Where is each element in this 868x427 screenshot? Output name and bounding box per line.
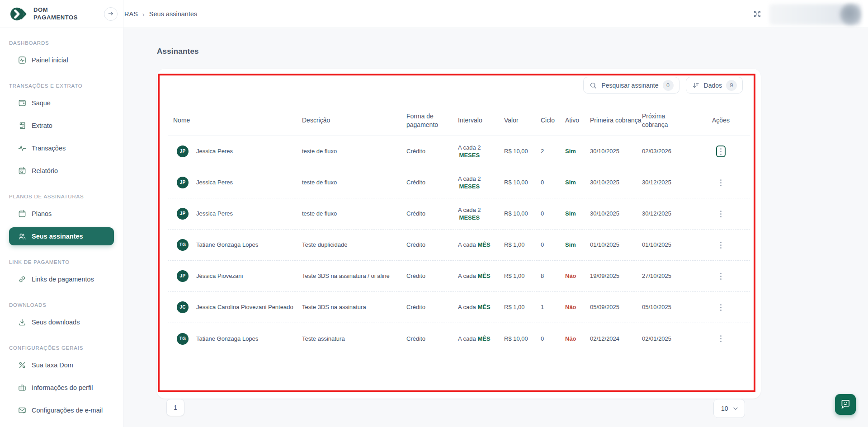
nav-section-label: TRANSAÇÕES E EXTRATO [9, 83, 114, 89]
cell-value: R$ 10,00 [504, 147, 541, 155]
pulse-icon [17, 143, 27, 153]
search-count-badge: 0 [663, 80, 674, 91]
topbar: RAS › Seus assinantes [0, 0, 868, 28]
row-actions-kebab-button[interactable] [716, 239, 726, 251]
cell-active: Não [565, 272, 590, 280]
table-body: JPJessica Peresteste de fluxoCréditoA ca… [168, 136, 750, 354]
interval-unit: MESES [459, 214, 480, 222]
row-actions-kebab-button[interactable] [716, 177, 726, 188]
row-actions-kebab-button[interactable] [716, 301, 726, 313]
interval-unit: MÊS [477, 272, 490, 279]
subscriber-name: Tatiane Gonzaga Lopes [196, 335, 258, 343]
user-account-redacted[interactable] [769, 3, 862, 26]
cell-cycle: 8 [541, 272, 565, 280]
sidebar-item-extrato[interactable]: Extrato [9, 117, 114, 135]
sidebar-nav: DASHBOARDSPainel inicialTRANSAÇÕES E EXT… [0, 40, 123, 419]
sidebar-item-informacoes-do-perfil[interactable]: Informações do perfil [9, 379, 114, 397]
subscribers-card: Pesquisar assinante 0 Dados 9 NomeDescri… [157, 69, 761, 399]
sidebar-item-label: Saque [32, 99, 51, 107]
column-header-valor: Valor [504, 116, 541, 125]
sidebar-item-seus-assinantes[interactable]: Seus assinantes [9, 227, 114, 245]
cell-first-charge: 01/10/2025 [590, 241, 642, 249]
interval-prefix: A cada [458, 241, 477, 248]
cell-interval: A cada MÊS [458, 303, 504, 311]
subscriber-name: Jessica Carolina Piovezani Penteado [196, 303, 293, 311]
row-actions-kebab-button[interactable] [716, 145, 726, 157]
cell-description: Teste 3DS na assinatura [302, 303, 406, 311]
cell-cycle: 0 [541, 241, 565, 249]
sidebar-collapse-button[interactable] [104, 7, 118, 21]
cell-payment-method: Crédito [406, 147, 458, 155]
cell-name: JPJéssica Piovezani [168, 270, 302, 282]
column-header-primeira-cobranca: Primeira cobrança [590, 116, 642, 125]
avatar [840, 4, 861, 25]
cell-description: Teste assinatura [302, 335, 406, 343]
cell-payment-method: Crédito [406, 303, 458, 311]
breadcrumb-item-parent[interactable]: RAS [124, 10, 138, 18]
dom-pagamentos-logo-icon [10, 6, 29, 22]
subscriber-name: Jessica Peres [196, 210, 233, 218]
cell-active: Sim [565, 210, 590, 218]
data-count-badge: 9 [726, 80, 737, 91]
search-subscriber-button[interactable]: Pesquisar assinante 0 [583, 77, 679, 94]
status-badge: Sim [565, 179, 576, 186]
data-filter-button[interactable]: Dados 9 [686, 77, 743, 94]
interval-prefix: A cada 2 [458, 175, 481, 183]
sidebar-item-sua-taxa-dom[interactable]: Sua taxa Dom [9, 356, 114, 374]
cell-first-charge: 02/12/2024 [590, 335, 642, 343]
cell-actions [692, 208, 750, 220]
subscriber-name: Jéssica Piovezani [196, 272, 243, 280]
brand-name: DOM PAGAMENTOS [33, 6, 78, 21]
cell-name: JCJessica Carolina Piovezani Penteado [168, 301, 302, 313]
table-row: JPJessica Peresteste de fluxoCréditoA ca… [168, 136, 750, 167]
cell-description: teste de fluxo [302, 147, 406, 155]
row-actions-kebab-button[interactable] [716, 333, 726, 345]
cell-next-charge: 30/12/2025 [642, 210, 692, 218]
cell-payment-method: Crédito [406, 335, 458, 343]
cell-interval: A cada 2MESES [458, 144, 504, 160]
fullscreen-button[interactable] [750, 8, 764, 21]
chat-smiley-icon [840, 398, 851, 411]
cell-first-charge: 30/10/2025 [590, 178, 642, 187]
table-footer: 1 10 [166, 392, 745, 399]
sidebar-item-label: Seus assinantes [32, 233, 83, 240]
pagination-page-button[interactable]: 1 [166, 399, 184, 416]
column-header-forma-de-pagamento: Forma de pagamento [406, 112, 458, 129]
sidebar-item-seus-downloads[interactable]: Seus downloads [9, 313, 114, 331]
interval-unit: MÊS [477, 304, 490, 310]
cell-description: teste de fluxo [302, 210, 406, 218]
sidebar-item-links-de-pagamentos[interactable]: Links de pagamentos [9, 270, 114, 288]
mail-icon [17, 405, 27, 415]
sidebar-item-planos[interactable]: Planos [9, 205, 114, 223]
calendar-icon [17, 209, 27, 219]
sidebar-item-transacoes[interactable]: Transações [9, 139, 114, 157]
sidebar-item-label: Seus downloads [32, 319, 80, 326]
sidebar-item-relatorio[interactable]: Relatório [9, 162, 114, 180]
subscriber-name: Tatiane Gonzaga Lopes [196, 241, 258, 249]
percent-icon [17, 360, 27, 370]
expand-icon [752, 9, 762, 20]
column-header-nome: Nome [168, 116, 302, 125]
row-actions-kebab-button[interactable] [716, 270, 726, 282]
subscriber-name: Jessica Peres [196, 178, 233, 187]
sidebar-item-configuracoes-de-e-mail[interactable]: Configurações de e-mail [9, 401, 114, 419]
interval-unit: MÊS [477, 241, 490, 248]
sidebar-item-painel-inicial[interactable]: Painel inicial [9, 51, 114, 69]
breadcrumb: RAS › Seus assinantes [124, 0, 197, 28]
table-row: JPJéssica PiovezaniTeste 3DS na assinatu… [168, 261, 750, 292]
cell-actions [692, 301, 750, 313]
cell-name: TGTatiane Gonzaga Lopes [168, 333, 302, 345]
support-chat-button[interactable] [835, 394, 856, 415]
arrow-right-icon [107, 10, 114, 19]
cell-payment-method: Crédito [406, 241, 458, 249]
table-header-row: NomeDescriçãoForma de pagamentoIntervalo… [168, 105, 750, 136]
page-size-select[interactable]: 10 [713, 399, 745, 418]
sidebar-item-label: Configurações de e-mail [32, 407, 103, 414]
sort-icon [692, 81, 700, 89]
table-row: JCJessica Carolina Piovezani PenteadoTes… [168, 292, 750, 323]
column-header-intervalo: Intervalo [458, 116, 504, 125]
sidebar-item-label: Relatório [32, 167, 58, 174]
row-actions-kebab-button[interactable] [716, 208, 726, 220]
sidebar-item-saque[interactable]: Saque [9, 94, 114, 112]
cell-actions [692, 270, 750, 282]
